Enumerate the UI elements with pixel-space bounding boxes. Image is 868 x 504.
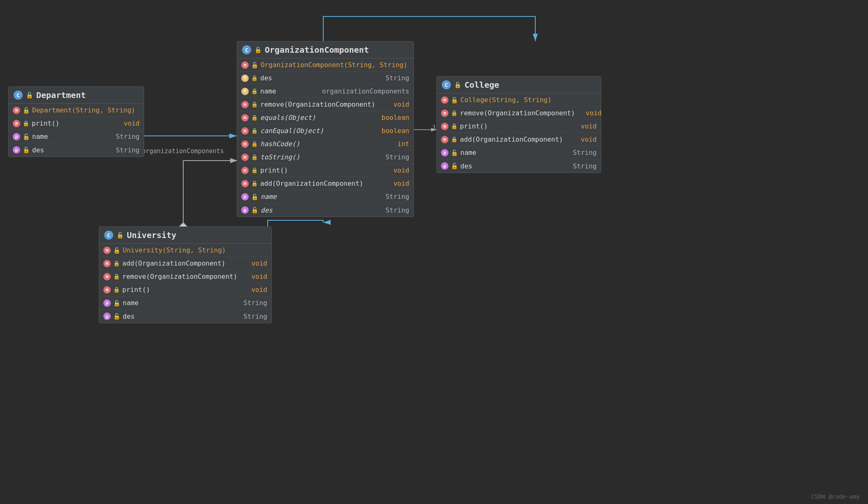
row-uni-remove: m 🔒 remove(OrganizationComponent) void [99, 270, 271, 283]
row-uni-print: m 🔒 print() void [99, 283, 271, 296]
class-title-university: University [127, 230, 176, 240]
icon-m-c1: m [441, 96, 448, 104]
icon-m-5: m [241, 140, 249, 148]
row-org-fdes: p 🔓 des String [237, 203, 413, 217]
class-title-dept: Department [36, 90, 86, 100]
icon-p-d2: p [13, 146, 20, 154]
row-college-constructor: m 🔓 College(String, String) [437, 93, 601, 107]
row-org-hashcode: m 🔒 hashCode() int [237, 138, 413, 151]
icon-m-u1: m [103, 247, 111, 254]
row-uni-add: m 🔒 add(OrganizationComponent) void [99, 257, 271, 270]
class-department: C 🔓 Department m 🔓 Department(String, St… [8, 86, 144, 157]
icon-m-d1: m [13, 107, 20, 114]
icon-p-c2: p [441, 162, 448, 170]
icon-m-1: m [241, 61, 249, 69]
icon-p-c1: p [441, 149, 448, 156]
row-org-constructor: m 🔓 OrganizationComponent(String, String… [237, 58, 413, 72]
icon-p-u1: p [103, 299, 111, 307]
icon-p-u2: p [103, 313, 111, 320]
class-icon-c: C [242, 45, 251, 54]
row-org-remove: m 🔒 remove(OrganizationComponent) void [237, 98, 413, 111]
class-icon-c-dept: C [14, 91, 23, 100]
access-icon-pub: 🔓 [254, 47, 261, 53]
row-org-name: f 🔒 name organizationComponents [237, 85, 413, 98]
icon-m-u4: m [103, 286, 111, 294]
row-college-add: m 🔒 add(OrganizationComponent) void [437, 133, 601, 146]
row-uni-des: p 🔓 des String [99, 310, 271, 323]
icon-m-3: m [241, 114, 249, 121]
icon-m-6: m [241, 154, 249, 161]
row-dept-constructor: m 🔓 Department(String, String) [9, 104, 144, 117]
row-org-add: m 🔒 add(OrganizationComponent) void [237, 177, 413, 190]
class-icon-c-uni: C [104, 231, 113, 240]
row-dept-des: p 🔓 des String [9, 143, 144, 156]
watermark: CSDN @code-wmy [811, 493, 860, 500]
row-college-des: p 🔓 des String [437, 159, 601, 173]
row-org-des: f 🔒 des String [237, 72, 413, 85]
class-header-org: C 🔓 OrganizationComponent [237, 42, 413, 58]
row-org-tostring: m 🔒 toString() String [237, 151, 413, 164]
icon-m-c2: m [441, 110, 448, 117]
row-uni-name: p 🔓 name String [99, 296, 271, 310]
icon-p-1: p [241, 193, 249, 201]
row-college-name: p 🔓 name String [437, 146, 601, 159]
class-header-dept: C 🔓 Department [9, 87, 144, 104]
row-org-fname: p 🔓 name String [237, 190, 413, 203]
row-org-canequal: m 🔒 canEqual(Object) boolean [237, 124, 413, 138]
label-org-components: organizationComponents [142, 147, 224, 155]
icon-m-7: m [241, 167, 249, 174]
diagram-canvas: organizationComponents 1 C 🔓 Organizatio… [0, 0, 868, 504]
label-one: 1 [432, 124, 436, 132]
class-title-college: College [464, 80, 499, 90]
row-college-remove: m 🔒 remove(OrganizationComponent) void [437, 107, 601, 120]
class-icon-c-college: C [442, 80, 451, 89]
icon-m-d2: m [13, 120, 20, 127]
row-org-print: m 🔒 print() void [237, 164, 413, 177]
icon-f-2: f [241, 88, 249, 95]
class-university: C 🔓 University m 🔓 University(String, St… [99, 226, 272, 323]
icon-f-1: f [241, 75, 249, 82]
class-header-college: C 🔓 College [437, 77, 601, 93]
icon-p-2: p [241, 206, 249, 214]
row-dept-name: p 🔓 name String [9, 130, 144, 143]
row-dept-print: m 🔒 print() void [9, 117, 144, 130]
icon-m-c3: m [441, 123, 448, 130]
icon-m-c4: m [441, 136, 448, 143]
class-organization-component: C 🔓 OrganizationComponent m 🔓 Organizati… [237, 41, 414, 217]
row-org-equals: m 🔒 equals(Object) boolean [237, 111, 413, 124]
row-uni-constructor: m 🔓 University(String, String) [99, 244, 271, 257]
icon-p-d1: p [13, 133, 20, 140]
icon-m-8: m [241, 180, 249, 187]
icon-m-2: m [241, 101, 249, 108]
icon-m-u2: m [103, 260, 111, 267]
class-title-org: OrganizationComponent [265, 45, 369, 55]
row-college-print: m 🔒 print() void [437, 120, 601, 133]
class-college: C 🔓 College m 🔓 College(String, String) … [436, 76, 601, 173]
class-header-university: C 🔓 University [99, 227, 271, 244]
icon-m-u3: m [103, 273, 111, 280]
icon-m-4: m [241, 127, 249, 135]
